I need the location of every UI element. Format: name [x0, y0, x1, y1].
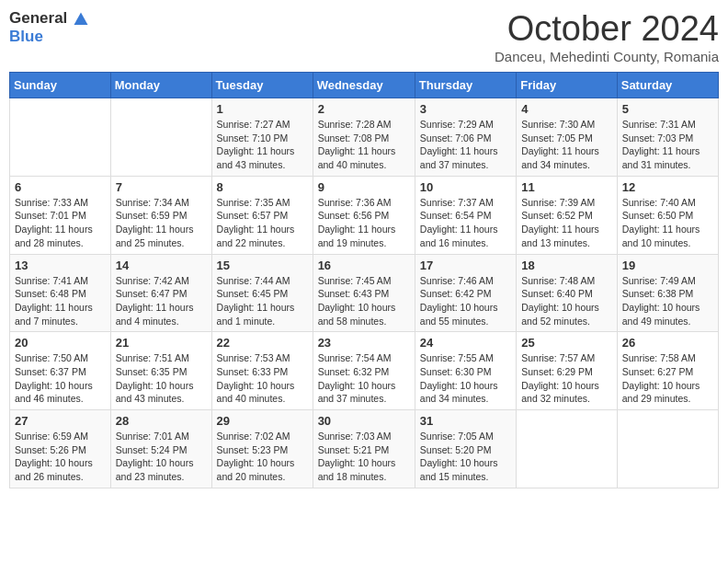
day-number: 4 [521, 102, 612, 116]
day-number: 8 [217, 180, 308, 194]
day-number: 19 [622, 259, 713, 272]
day-info: Sunrise: 7:34 AMSunset: 6:59 PMDaylight:… [116, 196, 207, 250]
day-info: Sunrise: 7:28 AMSunset: 7:08 PMDaylight:… [318, 118, 410, 172]
svg-marker-0 [74, 12, 87, 25]
day-number: 24 [420, 336, 511, 350]
calendar-cell: 13Sunrise: 7:41 AMSunset: 6:48 PMDayligh… [10, 254, 111, 332]
calendar-week-row: 27Sunrise: 6:59 AMSunset: 5:26 PMDayligh… [10, 410, 719, 488]
calendar-cell: 1Sunrise: 7:27 AMSunset: 7:10 PMDaylight… [211, 98, 313, 177]
day-info: Sunrise: 7:46 AMSunset: 6:42 PMDaylight:… [420, 274, 511, 328]
day-number: 14 [116, 259, 207, 272]
calendar-cell: 21Sunrise: 7:51 AMSunset: 6:35 PMDayligh… [110, 332, 211, 410]
day-info: Sunrise: 7:51 AMSunset: 6:35 PMDaylight:… [116, 351, 207, 406]
day-number: 31 [420, 414, 511, 428]
calendar-cell: 12Sunrise: 7:40 AMSunset: 6:50 PMDayligh… [617, 176, 718, 254]
page-header: General Blue October 2024 Danceu, Mehedi… [9, 9, 719, 64]
header-saturday: Saturday [617, 73, 718, 98]
calendar-cell: 23Sunrise: 7:54 AMSunset: 6:32 PMDayligh… [313, 332, 415, 410]
calendar-cell [617, 410, 718, 488]
day-info: Sunrise: 7:44 AMSunset: 6:45 PMDaylight:… [217, 274, 308, 328]
day-number: 22 [217, 336, 308, 350]
day-number: 30 [318, 414, 410, 428]
day-info: Sunrise: 7:48 AMSunset: 6:40 PMDaylight:… [521, 274, 612, 328]
calendar-cell: 10Sunrise: 7:37 AMSunset: 6:54 PMDayligh… [415, 176, 516, 254]
day-number: 25 [521, 336, 612, 350]
day-info: Sunrise: 7:01 AMSunset: 5:24 PMDaylight:… [116, 430, 207, 484]
logo-text: General Blue [9, 9, 90, 46]
day-info: Sunrise: 7:50 AMSunset: 6:37 PMDaylight:… [15, 351, 106, 406]
day-info: Sunrise: 7:55 AMSunset: 6:30 PMDaylight:… [420, 351, 511, 406]
day-info: Sunrise: 7:53 AMSunset: 6:33 PMDaylight:… [217, 351, 308, 406]
calendar-cell: 9Sunrise: 7:36 AMSunset: 6:56 PMDaylight… [313, 176, 415, 254]
header-wednesday: Wednesday [313, 73, 415, 98]
day-info: Sunrise: 7:37 AMSunset: 6:54 PMDaylight:… [420, 196, 511, 250]
day-number: 15 [217, 259, 308, 272]
day-info: Sunrise: 7:30 AMSunset: 7:05 PMDaylight:… [521, 118, 612, 172]
day-info: Sunrise: 7:33 AMSunset: 7:01 PMDaylight:… [15, 196, 106, 250]
calendar-week-row: 6Sunrise: 7:33 AMSunset: 7:01 PMDaylight… [10, 176, 719, 254]
header-friday: Friday [517, 73, 618, 98]
day-info: Sunrise: 6:59 AMSunset: 5:26 PMDaylight:… [15, 430, 106, 484]
day-info: Sunrise: 7:54 AMSunset: 6:32 PMDaylight:… [318, 351, 410, 406]
calendar-cell: 6Sunrise: 7:33 AMSunset: 7:01 PMDaylight… [10, 176, 111, 254]
calendar-cell: 5Sunrise: 7:31 AMSunset: 7:03 PMDaylight… [617, 98, 718, 177]
calendar-cell: 30Sunrise: 7:03 AMSunset: 5:21 PMDayligh… [313, 410, 415, 488]
day-info: Sunrise: 7:49 AMSunset: 6:38 PMDaylight:… [622, 274, 713, 328]
calendar-cell: 15Sunrise: 7:44 AMSunset: 6:45 PMDayligh… [211, 254, 313, 332]
day-info: Sunrise: 7:35 AMSunset: 6:57 PMDaylight:… [217, 196, 308, 250]
day-number: 1 [217, 102, 308, 116]
day-info: Sunrise: 7:29 AMSunset: 7:06 PMDaylight:… [420, 118, 511, 172]
day-info: Sunrise: 7:36 AMSunset: 6:56 PMDaylight:… [318, 196, 410, 250]
header-thursday: Thursday [415, 73, 516, 98]
day-number: 10 [420, 180, 511, 194]
month-title: October 2024 [495, 9, 719, 49]
calendar-table: Sunday Monday Tuesday Wednesday Thursday… [9, 72, 719, 488]
day-number: 17 [420, 259, 511, 272]
day-info: Sunrise: 7:40 AMSunset: 6:50 PMDaylight:… [622, 196, 713, 250]
calendar-cell: 27Sunrise: 6:59 AMSunset: 5:26 PMDayligh… [10, 410, 111, 488]
day-number: 9 [318, 180, 410, 194]
calendar-cell: 17Sunrise: 7:46 AMSunset: 6:42 PMDayligh… [415, 254, 516, 332]
day-number: 12 [622, 180, 713, 194]
day-info: Sunrise: 7:42 AMSunset: 6:47 PMDaylight:… [116, 274, 207, 328]
day-info: Sunrise: 7:02 AMSunset: 5:23 PMDaylight:… [217, 430, 308, 484]
calendar-cell: 24Sunrise: 7:55 AMSunset: 6:30 PMDayligh… [415, 332, 516, 410]
day-number: 20 [15, 336, 106, 350]
header-monday: Monday [110, 73, 211, 98]
calendar-cell [110, 98, 211, 177]
day-number: 5 [622, 102, 713, 116]
day-number: 29 [217, 414, 308, 428]
calendar-cell: 18Sunrise: 7:48 AMSunset: 6:40 PMDayligh… [517, 254, 618, 332]
calendar-week-row: 13Sunrise: 7:41 AMSunset: 6:48 PMDayligh… [10, 254, 719, 332]
calendar-cell: 8Sunrise: 7:35 AMSunset: 6:57 PMDaylight… [211, 176, 313, 254]
calendar-cell: 26Sunrise: 7:58 AMSunset: 6:27 PMDayligh… [617, 332, 718, 410]
day-number: 26 [622, 336, 713, 350]
logo-icon [73, 11, 89, 28]
calendar-cell: 31Sunrise: 7:05 AMSunset: 5:20 PMDayligh… [415, 410, 516, 488]
logo-blue: Blue [9, 28, 43, 45]
logo: General Blue [9, 9, 90, 46]
day-info: Sunrise: 7:57 AMSunset: 6:29 PMDaylight:… [521, 351, 612, 406]
header-sunday: Sunday [10, 73, 111, 98]
day-info: Sunrise: 7:41 AMSunset: 6:48 PMDaylight:… [15, 274, 106, 328]
calendar-cell: 20Sunrise: 7:50 AMSunset: 6:37 PMDayligh… [10, 332, 111, 410]
calendar-header-row: Sunday Monday Tuesday Wednesday Thursday… [10, 73, 719, 98]
calendar-week-row: 1Sunrise: 7:27 AMSunset: 7:10 PMDaylight… [10, 98, 719, 177]
day-number: 2 [318, 102, 410, 116]
day-number: 16 [318, 259, 410, 272]
day-number: 6 [15, 180, 106, 194]
day-info: Sunrise: 7:03 AMSunset: 5:21 PMDaylight:… [318, 430, 410, 484]
day-info: Sunrise: 7:39 AMSunset: 6:52 PMDaylight:… [521, 196, 612, 250]
day-info: Sunrise: 7:27 AMSunset: 7:10 PMDaylight:… [217, 118, 308, 172]
header-tuesday: Tuesday [211, 73, 313, 98]
day-number: 13 [15, 259, 106, 272]
day-number: 28 [116, 414, 207, 428]
calendar-cell [10, 98, 111, 177]
calendar-cell: 7Sunrise: 7:34 AMSunset: 6:59 PMDaylight… [110, 176, 211, 254]
day-number: 3 [420, 102, 511, 116]
calendar-cell: 29Sunrise: 7:02 AMSunset: 5:23 PMDayligh… [211, 410, 313, 488]
calendar-cell: 4Sunrise: 7:30 AMSunset: 7:05 PMDaylight… [517, 98, 618, 177]
day-info: Sunrise: 7:45 AMSunset: 6:43 PMDaylight:… [318, 274, 410, 328]
calendar-cell: 16Sunrise: 7:45 AMSunset: 6:43 PMDayligh… [313, 254, 415, 332]
calendar-cell: 22Sunrise: 7:53 AMSunset: 6:33 PMDayligh… [211, 332, 313, 410]
